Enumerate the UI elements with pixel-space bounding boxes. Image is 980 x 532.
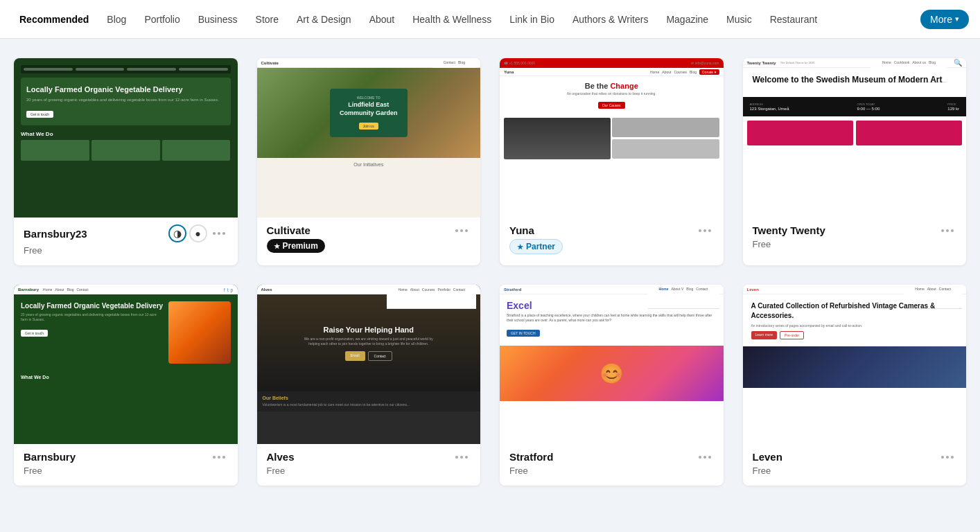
main-nav: Recommended Blog Portfolio Business Stor… — [0, 0, 980, 39]
card-leven: Leven HomeAboutContact A Curated Collect… — [743, 285, 967, 486]
card-footer-twentytwenty: Twenty Twenty Free — [743, 218, 967, 259]
nav-item-authors-writers[interactable]: Authors & Writers — [564, 10, 656, 29]
nav-item-art-design[interactable]: Art & Design — [288, 10, 360, 29]
preview-alves[interactable]: Alves HomeAboutCoursesPortfolioContact R… — [257, 285, 481, 444]
card-twentytwenty: Twenty Twenty The Default Theme for 2020… — [743, 58, 967, 265]
preview-yuna[interactable]: ☎ +1 555 000 0000 ✉ info@yuna.com Yuna H… — [500, 58, 724, 218]
nav-item-recommended[interactable]: Recommended — [11, 10, 97, 29]
card-footer-barnsbury23: Barnsbury23 ◑ ● Free — [14, 218, 238, 265]
card-barnsbury23: Locally Farmed Organic Vegetable Deliver… — [14, 58, 238, 265]
preview-barnsbury23[interactable]: Locally Farmed Organic Vegetable Deliver… — [14, 58, 238, 218]
nav-item-music[interactable]: Music — [718, 10, 760, 29]
preview-twentytwenty[interactable]: Twenty Twenty The Default Theme for 2020… — [743, 58, 967, 218]
nav-item-magazine[interactable]: Magazine — [658, 10, 717, 29]
card-tier-leven: Free — [753, 466, 771, 476]
nav-item-about[interactable]: About — [361, 10, 403, 29]
dots-menu-alves[interactable] — [453, 453, 471, 461]
badge-partner-yuna: ★ Partner — [509, 239, 563, 254]
nav-item-link-in-bio[interactable]: Link in Bio — [501, 10, 563, 29]
card-stratford: Stratford HomeAbout VBlogContact Excel S… — [500, 285, 724, 486]
card-alves: Alves HomeAboutCoursesPortfolioContact R… — [257, 285, 481, 486]
card-name-leven: Leven — [753, 451, 782, 463]
nav-item-store[interactable]: Store — [247, 10, 287, 29]
card-tier-barnsbury23: Free — [24, 245, 42, 256]
card-tier-alves: Free — [267, 466, 286, 476]
card-barnsbury: Barnsbury HomeAboutBlogContact ftp Local… — [14, 285, 238, 486]
preview-barnsbury[interactable]: Barnsbury HomeAboutBlogContact ftp Local… — [14, 285, 238, 444]
nav-item-restaurant[interactable]: Restaurant — [762, 10, 825, 29]
card-name-twentytwenty: Twenty Twenty — [753, 224, 825, 236]
toggle-light[interactable]: ◑ — [168, 224, 186, 242]
card-name-cultivate: Cultivate — [267, 224, 310, 236]
dots-menu-barnsbury23[interactable] — [210, 229, 228, 238]
card-name-yuna: Yuna — [509, 224, 534, 236]
preview-stratford[interactable]: Stratford HomeAbout VBlogContact Excel S… — [500, 285, 724, 444]
card-footer-stratford: Stratford Free — [500, 444, 724, 486]
card-footer-leven: Leven Free — [743, 444, 967, 486]
card-cultivate: Cultivate ContactBlog WELCOME TO Lindfie… — [257, 58, 481, 265]
card-yuna: ☎ +1 555 000 0000 ✉ info@yuna.com Yuna H… — [500, 58, 724, 265]
theme-toggle-barnsbury23[interactable]: ◑ ● — [168, 224, 228, 242]
card-name-barnsbury: Barnsbury — [24, 451, 76, 463]
card-tier-barnsbury: Free — [24, 466, 42, 476]
star-icon: ★ — [274, 242, 280, 250]
badge-premium-cultivate: ★ Premium — [267, 239, 325, 253]
card-footer-barnsbury: Barnsbury Free — [14, 444, 238, 486]
dots-menu-twentytwenty[interactable] — [938, 227, 956, 235]
nav-item-business[interactable]: Business — [190, 10, 246, 29]
card-footer-alves: Alves Free — [257, 444, 481, 486]
card-name-alves: Alves — [267, 451, 295, 463]
dots-menu-yuna[interactable] — [696, 227, 714, 235]
dots-menu-barnsbury[interactable] — [210, 453, 228, 461]
star-icon: ★ — [517, 243, 523, 251]
card-tier-stratford: Free — [509, 466, 528, 476]
card-name-barnsbury23: Barnsbury23 — [24, 228, 87, 240]
dots-menu-cultivate[interactable] — [453, 227, 471, 235]
card-footer-cultivate: Cultivate ★ Premium — [257, 218, 481, 263]
theme-grid: Locally Farmed Organic Vegetable Deliver… — [0, 39, 980, 505]
more-button[interactable]: More — [920, 10, 969, 29]
nav-item-health-wellness[interactable]: Health & Wellness — [404, 10, 500, 29]
card-name-stratford: Stratford — [509, 451, 553, 463]
card-tier-twentytwenty: Free — [753, 239, 771, 249]
card-footer-yuna: Yuna ★ Partner — [500, 218, 724, 264]
preview-leven[interactable]: Leven HomeAboutContact A Curated Collect… — [743, 285, 967, 444]
nav-item-blog[interactable]: Blog — [98, 10, 134, 29]
toggle-dark[interactable]: ● — [189, 224, 207, 242]
dots-menu-stratford[interactable] — [696, 453, 714, 461]
nav-item-portfolio[interactable]: Portfolio — [136, 10, 188, 29]
preview-cultivate[interactable]: Cultivate ContactBlog WELCOME TO Lindfie… — [257, 58, 481, 218]
dots-menu-leven[interactable] — [938, 453, 956, 461]
